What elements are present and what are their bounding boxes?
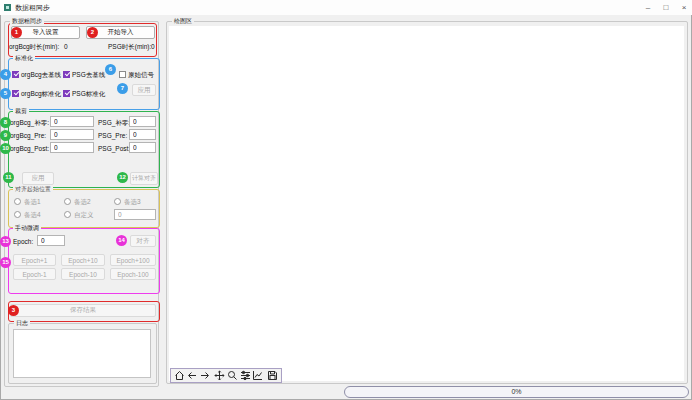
- home-icon[interactable]: [173, 369, 186, 382]
- epoch-plus100-button[interactable]: Epoch+100: [110, 254, 156, 266]
- psg-pre-label: PSG_Pre:: [98, 131, 127, 140]
- left-panel-title: 数据粗同步: [10, 17, 44, 25]
- orgbcg-post-input[interactable]: [50, 142, 94, 153]
- raw-signal-checkbox[interactable]: [119, 71, 126, 78]
- normalize-title: 标准化: [13, 54, 35, 62]
- badge-6: 6: [105, 64, 116, 75]
- orgbcg-detrend-label: orgBcg去基线: [21, 70, 61, 79]
- psg-detrend-label: PSG去基线: [72, 70, 105, 79]
- badge-10: 10: [0, 143, 11, 154]
- align-option3-radio[interactable]: [114, 198, 121, 205]
- orgbcg-duration-label: orgBcg时长(min):: [9, 42, 59, 51]
- normalize-apply-button[interactable]: 应用: [132, 84, 156, 96]
- psg-post-label: PSG_Post:: [98, 144, 130, 153]
- plot-canvas[interactable]: [169, 26, 684, 381]
- align-option4-radio[interactable]: [14, 211, 21, 218]
- align-option4-label: 备选4: [24, 210, 41, 219]
- raw-signal-label: 原始信号: [128, 70, 154, 79]
- plot-area-title: 绘图区: [172, 17, 194, 25]
- finetune-align-button[interactable]: 对齐: [130, 235, 156, 247]
- badge-12: 12: [117, 172, 128, 183]
- crop-apply-button[interactable]: 应用: [22, 172, 54, 185]
- orgbcg-pre-label: orgBcg_Pre:: [10, 131, 46, 140]
- align-custom-input[interactable]: [114, 209, 156, 220]
- badge-8: 8: [0, 117, 11, 128]
- app-icon: [4, 4, 11, 11]
- orgbcg-pad-input[interactable]: [50, 116, 94, 127]
- left-panel-group: 数据粗同步 导入设置 开始导入 1 2 orgBcg时长(min): 0 PSG…: [4, 21, 159, 387]
- back-arrow-icon[interactable]: [186, 369, 199, 382]
- badge-3: 3: [8, 305, 19, 316]
- align-option2-radio[interactable]: [64, 198, 71, 205]
- badge-4: 4: [0, 69, 11, 80]
- epoch-minus10-button[interactable]: Epoch-10: [61, 268, 105, 280]
- orgbcg-norm-label: orgBcg标准化: [21, 89, 61, 98]
- align-custom-label: 自定义: [74, 210, 94, 219]
- epoch-label: Epoch:: [13, 237, 33, 246]
- psg-pad-label: PSG_补零:: [98, 118, 130, 127]
- pan-icon[interactable]: [213, 369, 226, 382]
- plot-toolbar: [170, 368, 282, 383]
- log-group: 日志: [8, 323, 157, 384]
- orgbcg-norm-checkbox[interactable]: [12, 90, 19, 97]
- psg-pre-input[interactable]: [129, 129, 156, 140]
- orgbcg-pre-input[interactable]: [50, 129, 94, 140]
- epoch-plus1-button[interactable]: Epoch+1: [13, 254, 56, 266]
- align-start-title: 对齐起始位置: [13, 185, 53, 193]
- psg-detrend-checkbox[interactable]: [63, 71, 70, 78]
- align-option1-label: 备选1: [24, 197, 41, 206]
- badge-13: 13: [0, 236, 11, 247]
- psg-norm-label: PSG标准化: [72, 89, 105, 98]
- badge-5: 5: [0, 88, 11, 99]
- badge-1: 1: [11, 27, 22, 38]
- progress-bar: 0%: [344, 386, 689, 398]
- customize-chart-icon[interactable]: [252, 369, 265, 382]
- app-window: 数据粗同步 – □ × 数据粗同步 导入设置 开始导入 1 2 orgBcg时长…: [0, 0, 692, 400]
- plot-area-group: 绘图区: [166, 21, 688, 384]
- finetune-title: 手动微调: [13, 224, 41, 232]
- badge-15: 15: [0, 257, 11, 268]
- psg-pad-input[interactable]: [129, 116, 156, 127]
- zoom-icon[interactable]: [226, 369, 239, 382]
- epoch-minus100-button[interactable]: Epoch-100: [110, 268, 156, 280]
- forward-arrow-icon[interactable]: [199, 369, 212, 382]
- save-results-button[interactable]: 保存结果: [10, 304, 156, 317]
- orgbcg-duration-value: 0: [64, 42, 68, 51]
- epoch-plus10-button[interactable]: Epoch+10: [61, 254, 105, 266]
- log-title: 日志: [14, 319, 30, 327]
- psg-post-input[interactable]: [129, 142, 156, 153]
- calc-align-button[interactable]: 计算对齐: [130, 172, 158, 185]
- align-option3-label: 备选3: [124, 197, 141, 206]
- title-bar: 数据粗同步 – □ ×: [0, 0, 692, 15]
- align-option2-label: 备选2: [74, 197, 91, 206]
- psg-duration-label: PSG时长(min):: [108, 42, 151, 51]
- crop-title: 裁剪: [13, 107, 29, 115]
- psg-duration-value: 0: [151, 42, 155, 51]
- epoch-minus1-button[interactable]: Epoch-1: [13, 268, 56, 280]
- badge-7: 7: [117, 83, 128, 94]
- align-option1-radio[interactable]: [14, 198, 21, 205]
- badge-14: 14: [116, 235, 127, 246]
- badge-2: 2: [87, 27, 98, 38]
- window-title: 数据粗同步: [15, 0, 50, 15]
- minimize-button[interactable]: –: [640, 0, 656, 15]
- save-figure-icon[interactable]: [266, 369, 279, 382]
- close-button[interactable]: ×: [676, 0, 692, 15]
- subplots-icon[interactable]: [239, 369, 252, 382]
- psg-norm-checkbox[interactable]: [63, 90, 70, 97]
- badge-11: 11: [3, 172, 14, 183]
- orgbcg-post-label: orgBcg_Post:: [10, 144, 49, 153]
- orgbcg-pad-label: orgBcg_补零:: [10, 118, 49, 127]
- align-custom-radio[interactable]: [64, 211, 71, 218]
- progress-value: 0%: [511, 388, 521, 395]
- log-textarea[interactable]: [13, 329, 151, 378]
- badge-9: 9: [0, 130, 11, 141]
- orgbcg-detrend-checkbox[interactable]: [12, 71, 19, 78]
- maximize-button[interactable]: □: [658, 0, 674, 15]
- epoch-input[interactable]: [37, 235, 65, 246]
